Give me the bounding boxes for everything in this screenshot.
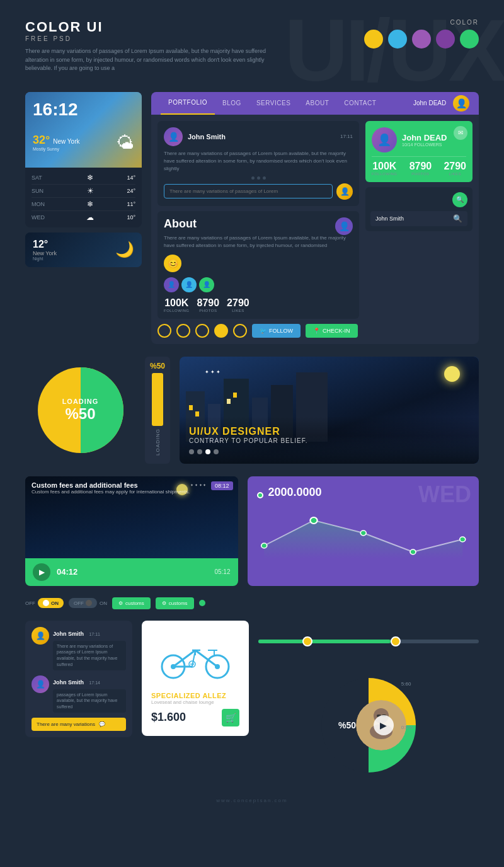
post-input-row: 👤	[164, 183, 353, 200]
swatch-purple-light[interactable]	[412, 30, 431, 49]
product-price: $1.600	[151, 711, 186, 724]
stat-uc-likes: 2790 LIKES	[444, 161, 466, 176]
off-label-1: OFF	[25, 600, 35, 606]
search-go-icon[interactable]: 🔍	[453, 214, 462, 223]
slider-track[interactable]	[258, 640, 479, 643]
play-button[interactable]: ▶	[33, 563, 50, 581]
weather-widget: 16:12 32° New York Mostly Sunny 🌤 SAT ❄ …	[25, 92, 142, 267]
window3	[227, 399, 231, 404]
forecast-sat: SAT ❄ 14°	[32, 171, 135, 185]
chart-card: WED 2000.0000	[248, 476, 479, 586]
banner-card: ✦ ✦ ✦ UI/UX DESIGNER CONTRARY TO POPULAR…	[180, 357, 479, 464]
nav-blog[interactable]: BLOG	[215, 92, 249, 115]
profile-nav: PORTFOLIO BLOG SERVICES ABOUT CONTACT Jo…	[151, 92, 479, 115]
search-input-text: John Smith	[375, 215, 453, 222]
nav-about[interactable]: ABOUT	[298, 92, 336, 115]
night-moon-icon: 🌙	[115, 241, 134, 258]
video-title-overlay: Custom fees and additional fees Custom f…	[32, 481, 190, 495]
post-time: 17:11	[340, 134, 353, 139]
custom-button-2[interactable]: ⚙ customs	[156, 597, 194, 609]
stat-uc-photos: 8790 PHOTOS	[410, 161, 432, 176]
weather-icon: 🌤	[117, 132, 134, 153]
banner-dot-2[interactable]	[197, 449, 202, 454]
stars: ✦ ✦ ✦	[205, 369, 220, 375]
product-image	[151, 630, 239, 687]
window1	[189, 405, 193, 410]
chat-footer-icon: 💬	[99, 721, 105, 727]
swatch-purple-dark[interactable]	[436, 30, 455, 49]
chat-name-1: John Smith	[53, 631, 84, 637]
search-icon-row: 🔍	[370, 192, 467, 207]
profile-right: ✉ 👤 John DEAD 10/14 FOLLOWERS 100K FOLLO…	[365, 121, 472, 338]
video-card: ✦ ✦ ✦ ✦ Custom fees and additional fees …	[25, 476, 238, 586]
location-icon: 📍	[313, 328, 320, 334]
swatch-yellow[interactable]	[364, 30, 383, 49]
circle-play-button[interactable]: ▶	[374, 715, 394, 735]
banner-dot-1[interactable]	[189, 449, 194, 454]
page-dot-3[interactable]	[195, 324, 209, 338]
chat-avatar-1: 👤	[32, 627, 49, 645]
post-input-avatar: 👤	[336, 183, 353, 200]
post-card: 👤 John Smith 17:11 There are many variat…	[158, 121, 359, 206]
page-dot-1[interactable]	[158, 324, 171, 338]
mail-icon[interactable]: ✉	[454, 126, 467, 140]
chat-content-2: John Smith 17:14 passages of Lorem Ipsum…	[53, 675, 126, 713]
slider-circle-area: %50 5:60 0:5% ▶	[258, 621, 479, 779]
product-name: SPECIALIZED ALLEZ	[151, 692, 239, 699]
chat-footer: There are many variations 💬	[32, 718, 126, 731]
user-card-followers: 10/14 FOLLOWERS	[402, 142, 447, 147]
chat-content-1: John Smith 17:11 There are many variatio…	[53, 627, 126, 670]
swatch-blue[interactable]	[388, 30, 407, 49]
stats-row: 100K FOLLOWING 8790 PHOTOS 2790 LIKES	[164, 297, 353, 313]
banner-dot-4[interactable]	[214, 449, 219, 454]
twitter-icon: 🐦	[260, 328, 266, 334]
user-card-header: 👤 John DEAD 10/14 FOLLOWERS	[372, 127, 466, 152]
toggle-on-1[interactable]: ON	[38, 598, 64, 608]
cart-button[interactable]: 🛒	[222, 709, 239, 726]
chart-wed: WED	[418, 481, 471, 508]
toggle-group-1: OFF ON	[25, 598, 64, 608]
user-card-green: ✉ 👤 John DEAD 10/14 FOLLOWERS 100K FOLLO…	[365, 121, 472, 182]
nav-contact[interactable]: CONTACT	[336, 92, 384, 115]
stat-photos: 8790 PHOTOS	[197, 297, 220, 313]
svg-point-5	[410, 549, 416, 554]
nav-services[interactable]: SERVICES	[249, 92, 298, 115]
product-desc: Loveseat and chaise lounge	[151, 699, 239, 705]
nav-portfolio[interactable]: PORTFOLIO	[161, 92, 215, 115]
profile-body: 👤 John Smith 17:11 There are many variat…	[151, 115, 479, 344]
loading-v-text: LOADING	[155, 428, 161, 456]
circle-progress: %50 5:60 0:5% ▶	[315, 672, 422, 779]
profile-section: PORTFOLIO BLOG SERVICES ABOUT CONTACT Jo…	[151, 92, 479, 344]
page-dot-5[interactable]	[233, 324, 247, 338]
search-icon-button[interactable]: 🔍	[452, 192, 467, 207]
post-input[interactable]	[164, 184, 333, 198]
checkin-button[interactable]: 📍 CHECK-IN	[306, 324, 358, 338]
page-dot-4[interactable]	[214, 324, 228, 338]
slider-thumb-right[interactable]	[391, 636, 401, 646]
window4	[233, 393, 237, 398]
forecast-sun: SUN ☀ 24°	[32, 185, 135, 198]
header: UI/UX COLOR UI FREE PSD There are many v…	[0, 0, 504, 86]
video-subtitle: Custom fees and additional fees may appl…	[32, 489, 190, 495]
video-time-badge: 08:12	[211, 481, 233, 490]
swatch-green[interactable]	[460, 30, 479, 49]
chat-name-2: John Smith	[53, 679, 84, 686]
chart-dot-indicator	[257, 492, 263, 498]
stat-uc-following: 100K FOLLOWING	[372, 161, 398, 176]
search-input-row[interactable]: John Smith 🔍	[370, 211, 467, 226]
header-desc: There are many variations of passages of…	[25, 47, 277, 73]
loading-circle: LOADING %50	[33, 363, 128, 457]
nav-avatar: 👤	[453, 95, 469, 112]
loading-text: LOADING %50	[62, 398, 99, 423]
circle-pct: %50	[338, 720, 356, 730]
custom-button-1[interactable]: ⚙ customs	[112, 597, 151, 609]
forecast-wed: WED ☁ 10°	[32, 211, 135, 224]
banner-dot-3[interactable]	[205, 449, 210, 454]
follow-button[interactable]: 🐦 FOLLOW	[252, 324, 301, 338]
chat-time-2: 17:14	[89, 680, 100, 685]
page-dot-2[interactable]	[176, 324, 190, 338]
svg-point-2	[261, 543, 266, 548]
chart-svg	[257, 508, 470, 558]
toggle-off-1[interactable]: OFF	[69, 598, 97, 608]
slider-thumb-left[interactable]	[302, 636, 312, 646]
